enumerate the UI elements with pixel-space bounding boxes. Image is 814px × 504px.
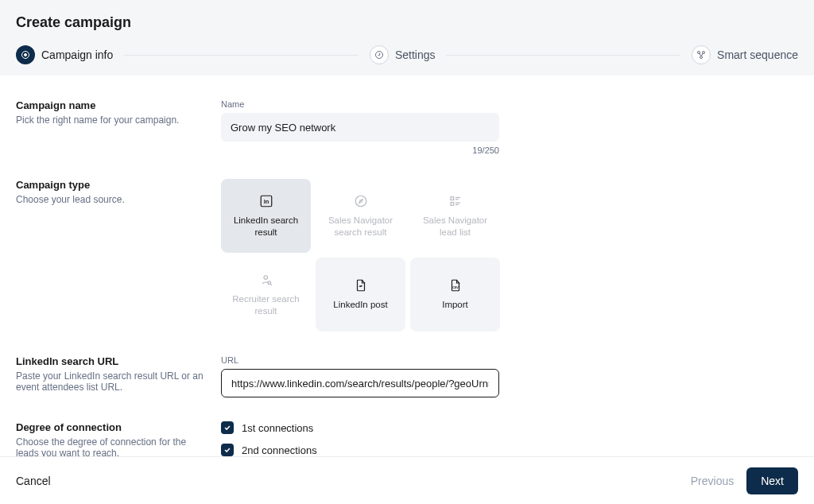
cancel-button[interactable]: Cancel <box>16 475 51 487</box>
char-counter: 19/250 <box>221 145 499 155</box>
type-card-label: Import <box>442 299 468 311</box>
section-desc-type: Choose your lead source. <box>16 194 205 205</box>
compass-icon <box>354 194 368 208</box>
type-card-import[interactable]: CSV Import <box>410 258 500 331</box>
section-desc-url: Paste your LinkedIn search result URL or… <box>16 370 205 393</box>
document-thumb-icon <box>354 278 368 293</box>
svg-point-16 <box>264 275 268 279</box>
type-card-linkedin-post[interactable]: LinkedIn post <box>316 258 405 331</box>
type-card-label: Recruiter search result <box>227 293 304 317</box>
page-title: Create campaign <box>16 14 798 31</box>
linkedin-url-input[interactable] <box>221 369 499 397</box>
step-label: Settings <box>395 48 436 61</box>
type-card-sales-nav-list: Sales Navigator lead list <box>410 179 500 253</box>
sequence-icon <box>692 45 711 64</box>
checkbox-icon <box>221 421 234 434</box>
type-card-label: Sales Navigator lead list <box>417 215 494 238</box>
name-input-label: Name <box>221 99 507 109</box>
previous-button[interactable]: Previous <box>691 475 734 487</box>
svg-marker-9 <box>359 199 362 203</box>
svg-text:CSV: CSV <box>452 286 459 289</box>
campaign-name-input[interactable] <box>221 113 499 142</box>
svg-rect-13 <box>451 202 454 205</box>
type-card-sales-nav-search: Sales Navigator search result <box>316 179 405 253</box>
step-label: Smart sequence <box>717 48 798 61</box>
section-title-degree: Degree of connection <box>16 421 205 433</box>
checkbox-label: 1st connections <box>242 422 313 434</box>
checkbox-label: 2nd connections <box>242 444 317 456</box>
url-input-label: URL <box>221 355 507 365</box>
type-card-linkedin-search[interactable]: in LinkedIn search result <box>221 179 311 253</box>
list-icon <box>448 194 463 208</box>
gear-icon <box>370 45 389 64</box>
svg-text:in: in <box>263 198 269 205</box>
step-label: Campaign info <box>41 48 113 61</box>
csv-icon: CSV <box>448 278 463 293</box>
type-card-label: Sales Navigator search result <box>322 215 399 238</box>
footer: Cancel Previous Next <box>0 456 814 504</box>
section-title-name: Campaign name <box>16 99 205 111</box>
step-settings[interactable]: Settings <box>370 45 436 64</box>
checkbox-icon <box>221 444 234 456</box>
type-card-recruiter: Recruiter search result <box>221 258 311 331</box>
linkedin-icon: in <box>259 194 273 208</box>
checkbox-1st-connections[interactable]: 1st connections <box>221 421 507 434</box>
step-divider <box>446 55 680 56</box>
type-card-label: LinkedIn search result <box>227 215 304 238</box>
section-desc-degree: Choose the degree of connection for the … <box>16 436 205 459</box>
person-search-icon <box>259 273 273 287</box>
step-campaign-info[interactable]: Campaign info <box>16 45 113 64</box>
svg-rect-10 <box>451 196 454 200</box>
svg-line-18 <box>270 284 272 285</box>
svg-point-1 <box>25 54 27 56</box>
svg-point-17 <box>267 281 270 284</box>
stepper: Campaign info Settings Smart sequence <box>16 45 798 76</box>
checkbox-2nd-connections[interactable]: 2nd connections <box>221 444 507 456</box>
section-title-type: Campaign type <box>16 179 205 191</box>
target-icon <box>16 45 35 64</box>
next-button[interactable]: Next <box>746 467 798 494</box>
section-desc-name: Pick the right name for your campaign. <box>16 114 205 126</box>
step-smart-sequence[interactable]: Smart sequence <box>692 45 798 64</box>
section-title-url: LinkedIn search URL <box>16 355 205 367</box>
step-divider <box>124 55 359 56</box>
svg-point-5 <box>700 56 703 59</box>
type-card-label: LinkedIn post <box>333 299 387 311</box>
svg-point-8 <box>355 196 366 207</box>
